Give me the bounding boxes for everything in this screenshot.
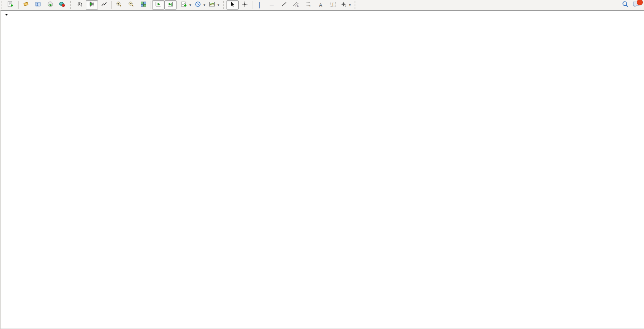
equidistant-channel-icon: E xyxy=(293,1,299,9)
svg-text:E: E xyxy=(297,5,299,7)
fibonacci-icon: F xyxy=(305,1,312,9)
text-icon: A xyxy=(319,3,322,8)
new-order-icon xyxy=(7,1,13,9)
dropdown-caret-icon: ▼ xyxy=(189,3,192,7)
main-toolbar: ▼ ▼ ▼ │ ─ xyxy=(0,0,644,10)
autotrading-icon xyxy=(59,1,65,9)
toolbar-grip xyxy=(70,1,72,9)
navigator-icon xyxy=(47,1,53,9)
vertical-line-icon: │ xyxy=(258,2,261,8)
text-button[interactable]: A xyxy=(315,0,327,10)
toolbar-separator xyxy=(151,1,151,9)
periods-button[interactable]: ▼ xyxy=(193,0,207,10)
dropdown-caret-icon: ▼ xyxy=(203,3,206,7)
new-order-button[interactable] xyxy=(5,0,17,10)
zoom-out-button[interactable] xyxy=(125,0,137,10)
zoom-in-button[interactable] xyxy=(113,0,125,10)
text-label-icon: T xyxy=(329,1,336,9)
cursor-icon xyxy=(230,1,236,9)
bar-chart-button[interactable] xyxy=(74,0,86,10)
new-chart-icon xyxy=(181,1,187,9)
periods-clock-icon xyxy=(195,1,201,9)
chart-shift-button[interactable] xyxy=(164,0,177,10)
zoom-in-icon xyxy=(116,1,122,9)
toolbar-grip xyxy=(223,1,225,9)
equidistant-channel-button[interactable]: E xyxy=(290,0,302,10)
chart-window xyxy=(0,10,644,329)
chart-canvas[interactable] xyxy=(1,11,643,328)
symbol-menu-triangle-icon[interactable] xyxy=(5,14,8,16)
crosshair-icon xyxy=(242,1,248,9)
bar-chart-icon xyxy=(77,1,83,9)
tile-windows-icon xyxy=(140,1,146,9)
navigator-button[interactable] xyxy=(44,0,56,10)
market-watch-icon xyxy=(23,1,29,9)
market-watch-button[interactable] xyxy=(20,0,32,10)
toolbar-separator xyxy=(111,1,112,9)
chart-shift-icon xyxy=(167,1,173,9)
horizontal-line-icon: ─ xyxy=(270,2,274,8)
trendline-icon xyxy=(281,1,287,9)
line-chart-icon xyxy=(101,1,107,9)
horizontal-line-button[interactable]: ─ xyxy=(266,0,278,10)
svg-text:T: T xyxy=(332,2,334,6)
toolbar-grip xyxy=(355,1,357,9)
cursor-button[interactable] xyxy=(226,0,239,10)
notification-badge xyxy=(637,0,643,5)
autotrading-button[interactable] xyxy=(56,0,69,10)
vertical-line-button[interactable]: │ xyxy=(254,0,266,10)
trendline-button[interactable] xyxy=(278,0,290,10)
toolbar-separator xyxy=(18,1,19,9)
candlestick-chart-icon xyxy=(89,1,95,9)
indicators-button[interactable]: ▼ xyxy=(207,0,222,10)
chart-profile-button[interactable] xyxy=(32,0,44,10)
auto-scroll-icon xyxy=(155,1,161,9)
indicators-icon xyxy=(209,1,215,9)
dropdown-caret-icon: ▼ xyxy=(348,3,352,7)
toolbar-separator xyxy=(252,1,252,9)
arrows-icon xyxy=(340,1,347,9)
zoom-out-icon xyxy=(128,1,134,9)
auto-scroll-button[interactable] xyxy=(152,0,164,10)
fibonacci-button[interactable]: F xyxy=(302,0,315,10)
dropdown-caret-icon: ▼ xyxy=(217,3,220,7)
notifications-button[interactable] xyxy=(633,1,640,9)
new-chart-button[interactable]: ▼ xyxy=(179,0,193,10)
svg-text:F: F xyxy=(310,5,311,7)
line-chart-button[interactable] xyxy=(98,0,110,10)
toolbar-grip xyxy=(2,1,4,9)
search-icon[interactable] xyxy=(622,1,629,9)
candlestick-chart-button[interactable] xyxy=(86,0,98,10)
toolbar-separator xyxy=(178,1,178,9)
chart-profile-icon xyxy=(35,1,41,9)
tile-windows-button[interactable] xyxy=(137,0,149,10)
arrows-button[interactable]: ▼ xyxy=(339,0,353,10)
text-label-button[interactable]: T xyxy=(327,0,339,10)
crosshair-button[interactable] xyxy=(239,0,251,10)
